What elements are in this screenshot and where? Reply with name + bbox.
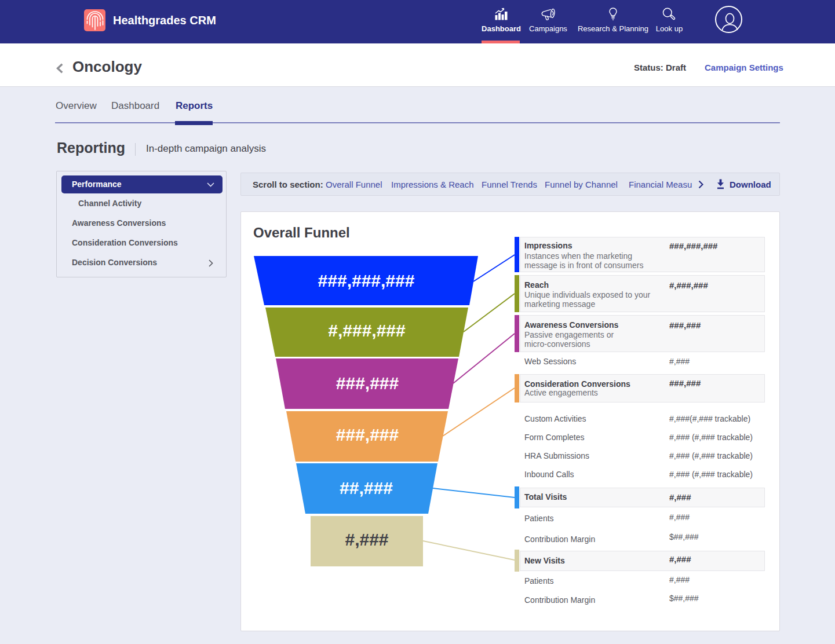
svg-text:###,###: ###,###	[336, 374, 399, 393]
svg-text:###,###,###: ###,###,###	[318, 271, 415, 290]
svg-text:##,###: ##,###	[340, 478, 393, 497]
svg-text:###,###: ###,###	[336, 425, 399, 444]
svg-text:#,###,###: #,###,###	[328, 321, 406, 340]
svg-text:#,###: #,###	[345, 530, 388, 549]
